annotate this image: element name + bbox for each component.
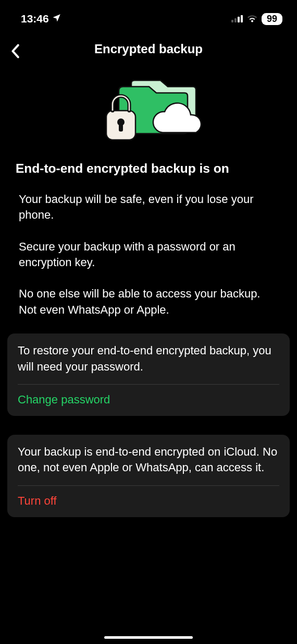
change-password-button[interactable]: Change password [7,385,290,416]
svg-rect-6 [119,124,123,132]
turn-off-button[interactable]: Turn off [7,486,290,517]
page-title: Encrypted backup [8,42,289,56]
back-button[interactable] [7,42,23,61]
encrypted-backup-illustration [0,62,297,156]
main-heading: End-to-end encrypted backup is on [15,161,282,176]
svg-rect-3 [241,15,243,22]
icloud-card: Your backup is end-to-end encrypted on i… [7,435,290,517]
description-paragraph-2: Secure your backup with a password or an… [15,239,282,271]
wifi-icon [247,13,257,25]
description-paragraph-1: Your backup will be safe, even if you lo… [15,192,282,223]
svg-rect-2 [238,17,240,22]
page-header: Encrypted backup [0,29,297,62]
battery-level: 99 [262,13,282,25]
description-paragraph-3: No one else will be able to access your … [15,286,282,318]
svg-rect-1 [234,18,237,22]
status-time: 13:46 [21,13,49,25]
status-bar: 13:46 99 [0,0,297,29]
password-card-text: To restore your end-to-end encrypted bac… [7,333,290,384]
main-content: End-to-end encrypted backup is on Your b… [0,156,297,318]
svg-rect-0 [231,20,233,22]
icloud-card-text: Your backup is end-to-end encrypted on i… [7,435,290,485]
status-bar-left: 13:46 [21,13,61,25]
status-bar-right: 99 [231,13,282,25]
password-card: To restore your end-to-end encrypted bac… [7,333,290,416]
home-indicator[interactable] [104,636,193,639]
cellular-signal-icon [231,13,243,25]
location-arrow-icon [52,13,61,25]
